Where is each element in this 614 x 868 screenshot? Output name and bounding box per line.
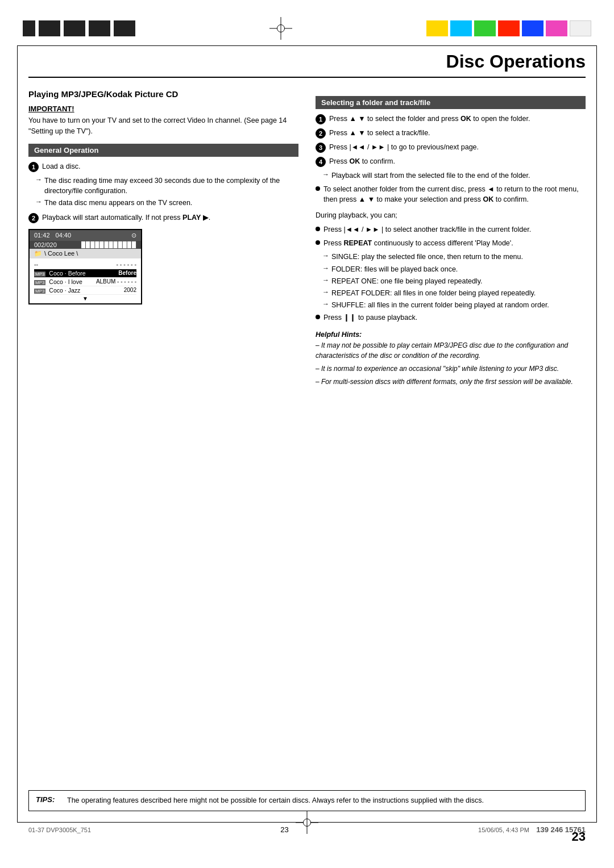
screen-time2: 04:40 [56,232,72,239]
main-content: Disc Operations Playing MP3/JPEG/Kodak P… [28,51,586,817]
border-right [596,45,597,823]
folder-icon: 📁 [34,250,42,257]
step-1-arrow-text-1: The disc reading time may exceed 30 seco… [44,176,298,196]
repeat-arrow-3: → REPEAT ONE: one file being played repe… [316,276,586,286]
screen-track: 002/020 [34,241,57,248]
bullet-5: To select another folder from the curren… [316,184,586,205]
screen-dots: - - - - - - [116,261,136,268]
screen-item-2-name: MP3 Coco · I love [34,278,82,285]
step-2-text: Playback will start automatically. If no… [42,212,298,223]
right-step-4-number: 4 [316,157,326,167]
right-step-2-text: Press ▲ ▼ to select a track/file. [329,128,586,139]
step-4-arrow-text: Playback will start from the selected fi… [331,170,530,181]
black-block [89,20,110,36]
screen-dash: -- [34,261,38,268]
footer-center-page: 23 [280,825,288,834]
repeat-arrow-1: → SINGLE: play the selected file once, t… [316,252,586,262]
screen-time: 01:42 04:40 [34,232,71,239]
page-title: Disc Operations [28,51,586,78]
bullet-dot [316,227,320,231]
bullet-dot [316,240,320,245]
step-2: 2 Playback will start automatically. If … [28,212,298,223]
color-block-cyan [450,20,472,36]
arrow-icon: → [35,176,42,196]
screen-item-3-name: MP3 Coco · Jazz [34,287,80,294]
screen-time1: 01:42 [34,232,50,239]
crosshair-circle [277,24,285,32]
arrow-icon: → [322,300,329,310]
step-1-arrow-text-2: The data disc menu appears on the TV scr… [44,198,192,208]
helpful-hints-title: Helpful Hints: [316,331,586,339]
repeat-arrow-text-2: FOLDER: files will be played back once. [331,264,458,274]
screen-item-1-right: Before [118,270,136,277]
step-1-arrow-1: → The disc reading time may exceed 30 se… [28,176,298,196]
screen-header: 01:42 04:40 ⊙ [30,230,141,241]
arrow-icon: → [322,288,329,298]
screen-progress-text: ████████████ [81,241,136,248]
footer-left: 01-37 DVP3005K_751 [28,827,91,833]
black-block [114,20,135,36]
repeat-arrow-text-3: REPEAT ONE: one file being played repeat… [331,276,482,286]
two-col-layout: Playing MP3/JPEG/Kodak Picture CD IMPORT… [28,89,586,391]
during-bullet-2: Press REPEAT continuously to access diff… [316,238,586,248]
screen-item-3: MP3 Coco · Jazz 2002 [34,286,136,295]
hint-2: – It is normal to experience an occasion… [316,364,586,374]
top-bar [0,17,614,40]
screen-dash-row: -- - - - - - - [34,260,136,269]
right-step-4-text: Press OK to confirm. [329,156,586,167]
screen-folder: \ Coco Lee \ [44,250,78,257]
repeat-arrow-5: → SHUFFLE: all files in the current fold… [316,300,586,310]
mp3-badge: MP3 [34,280,45,285]
during-playback-label: During playback, you can; [316,210,586,221]
screen-item-1-name: MP3 Coco · Before [34,270,86,277]
hint-1: – It may not be possible to play certain… [316,341,586,361]
screen-arrow-down: ▼ [34,295,136,302]
color-block-green [474,20,496,36]
screen-item-1: MP3 Coco · Before Before [34,269,136,278]
left-column: Playing MP3/JPEG/Kodak Picture CD IMPORT… [28,89,298,391]
tips-bar: TIPS: The operating features described h… [28,790,586,811]
color-block-yellow [426,20,448,36]
right-step-2: 2 Press ▲ ▼ to select a track/file. [316,128,586,139]
mp3-badge: MP3 [34,272,45,277]
during-bullet-3: Press ❙❙ to pause playback. [316,312,586,323]
screen-item-3-right: 2002 [124,287,136,294]
screen-list: -- - - - - - - MP3 Coco · Before Before … [30,258,141,303]
bottom-crosshair [296,811,318,834]
black-block [64,20,85,36]
arrow-icon: → [322,264,329,274]
footer-right-date: 15/06/05, 4:43 PM 139 246 15761 [478,825,586,834]
during-bullet-1: Press |◄◄ / ►► | to select another track… [316,224,586,235]
color-blocks [426,20,591,36]
arrow-icon: → [35,198,42,208]
screen-track-row: 002/020 ████████████ [30,241,141,249]
general-op-header: General Operation [28,144,298,157]
border-top [17,45,597,46]
bullet-5-text: To select another folder from the curren… [323,184,586,205]
border-left [17,45,18,823]
right-step-4: 4 Press OK to confirm. [316,156,586,167]
color-block-white [570,20,591,36]
arrow-icon: → [322,252,329,262]
crosshair-icon-bottom [296,811,318,834]
hint-3: – For multi-session discs with different… [316,377,586,387]
black-block [39,20,60,36]
bullet-dot [316,315,320,319]
arrow-icon: → [322,170,329,181]
important-text: You have to turn on your TV and set to t… [28,115,298,137]
important-label: IMPORTANT! [28,105,298,113]
selecting-header: Selecting a folder and track/file [316,96,586,109]
screen-folder-row: 📁 \ Coco Lee \ [30,249,141,258]
right-step-3-number: 3 [316,143,326,153]
page-number-bottom: 23 [572,829,586,844]
step-1-text: Load a disc. [42,161,298,172]
right-step-1: 1 Press ▲ ▼ to select the folder and pre… [316,114,586,124]
screen-item-2: MP3 Coco · I love ALBUM - - - - - - [34,278,136,286]
left-section-title: Playing MP3/JPEG/Kodak Picture CD [28,89,298,99]
mp3-badge: MP3 [34,289,45,294]
right-step-1-text: Press ▲ ▼ to select the folder and press… [329,114,586,124]
color-block-magenta [546,20,567,36]
right-step-3-text: Press |◄◄ / ►► | to go to previous/next … [329,142,586,153]
screen-mockup: 01:42 04:40 ⊙ 002/020 ████████████ 📁 \ C… [28,229,142,304]
step-1-number: 1 [28,162,39,172]
